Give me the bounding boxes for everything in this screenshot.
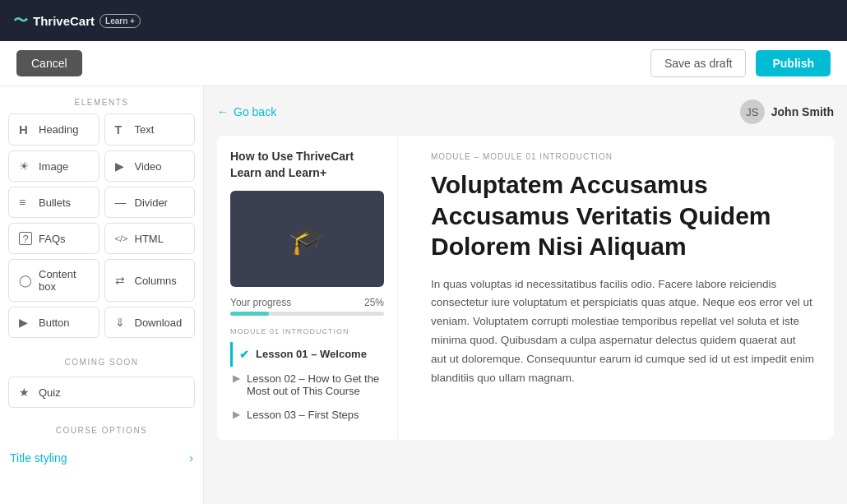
module-breadcrumb: MODULE – MODULE 01 INTRODUCTION [431,152,814,161]
lesson-item-3[interactable]: ▶ Lesson 03 – First Steps [230,403,384,427]
course-right-panel: MODULE – MODULE 01 INTRODUCTION Voluptat… [411,136,834,440]
lesson-3-label: Lesson 03 – First Steps [247,409,359,421]
text-icon: T [115,123,128,136]
element-divider-label: Divider [135,197,168,209]
course-title: How to Use ThriveCart Learn and Learn+ [230,149,384,181]
avatar: JS [740,99,765,124]
action-bar-right: Save as draft Publish [650,49,831,77]
publish-button[interactable]: Publish [756,50,831,76]
course-thumbnail: 🎓 [230,191,384,287]
button-icon: ▶ [19,316,32,329]
element-divider[interactable]: ― Divider [104,187,196,218]
course-options-section: Title styling › [0,442,203,478]
go-back-label: Go back [234,105,276,118]
faqs-icon: ? [19,232,32,245]
play-icon-2: ▶ [233,372,240,384]
elements-grid: H Heading T Text ☀ Image ▶ Video ≡ Bulle… [0,113,203,346]
element-contentbox-label: Content box [39,268,89,293]
html-icon: </> [115,234,128,243]
elements-section-title: ELEMENTS [0,86,203,113]
element-html-label: HTML [135,233,164,245]
progress-value: 25% [364,297,384,308]
chevron-right-icon: › [189,451,193,465]
lesson-item-1[interactable]: ✔ Lesson 01 – Welcome [230,342,384,367]
main-layout: ELEMENTS H Heading T Text ☀ Image ▶ Vide… [0,86,847,504]
element-columns-label: Columns [135,275,177,287]
lesson-body-text: In quas voluptas id necessitatibus facil… [431,275,814,389]
course-options-section-title: COURSE OPTIONS [0,414,203,442]
columns-icon: ⇄ [115,274,128,287]
lesson-2-label: Lesson 02 – How to Get the Most out of T… [247,372,384,397]
element-video[interactable]: ▶ Video [104,150,196,182]
save-draft-button[interactable]: Save as draft [650,49,747,77]
title-styling-link[interactable]: Title styling › [8,445,195,471]
sidebar: ELEMENTS H Heading T Text ☀ Image ▶ Vide… [0,86,204,504]
lesson-item-2[interactable]: ▶ Lesson 02 – How to Get the Most out of… [230,367,384,403]
user-info: JS John Smith [740,99,834,124]
logo: 〜 ThriveCart Learn + [13,11,141,30]
lesson-list: ✔ Lesson 01 – Welcome ▶ Lesson 02 – How … [230,342,384,427]
top-navigation: 〜 ThriveCart Learn + [0,0,847,41]
element-html[interactable]: </> HTML [104,223,196,254]
quiz-icon: ★ [19,386,32,399]
element-bullets-label: Bullets [39,197,71,209]
element-download[interactable]: ⇓ Download [104,307,196,338]
download-icon: ⇓ [115,316,128,329]
play-icon-3: ▶ [233,409,240,420]
go-back-link[interactable]: ← Go back [217,105,276,118]
element-contentbox[interactable]: ◯ Content box [8,259,100,302]
element-quiz-label: Quiz [39,386,61,399]
course-panel: How to Use ThriveCart Learn and Learn+ 🎓… [217,136,834,440]
checkmark-icon: ✔ [239,348,249,361]
bullets-icon: ≡ [19,196,32,209]
element-button-label: Button [39,317,70,329]
logo-icon: 〜 [13,11,28,30]
lesson-1-label: Lesson 01 – Welcome [256,348,367,360]
graduation-cap-icon: 🎓 [289,222,326,257]
element-text-label: Text [135,123,155,136]
progress-bar-fill [230,312,269,316]
lesson-main-title: Voluptatem Accusamus Accusamus Veritatis… [431,169,814,262]
progress-text: Your progress [230,297,291,308]
element-heading[interactable]: H Heading [8,113,100,146]
coming-soon-section: ★ Quiz [0,373,203,414]
progress-bar-background [230,312,384,316]
image-icon: ☀ [19,160,32,173]
element-image[interactable]: ☀ Image [8,150,100,182]
contentbox-icon: ◯ [19,274,32,287]
element-bullets[interactable]: ≡ Bullets [8,187,100,218]
element-columns[interactable]: ⇄ Columns [104,259,196,302]
progress-label: Your progress 25% [230,297,384,308]
divider-icon: ― [115,196,128,209]
element-text[interactable]: T Text [104,113,196,146]
cancel-button[interactable]: Cancel [16,50,82,76]
avatar-initials: JS [746,106,758,118]
title-styling-label: Title styling [10,451,67,465]
module-section-label: MODULE 01 INTRODUCTION [230,327,384,335]
arrow-left-icon: ← [217,105,229,118]
element-heading-label: Heading [39,123,78,136]
element-download-label: Download [135,317,183,329]
logo-text: ThriveCart [33,14,95,28]
element-faqs-label: FAQs [39,233,66,245]
video-icon: ▶ [115,160,128,173]
action-bar: Cancel Save as draft Publish [0,41,847,86]
element-faqs[interactable]: ? FAQs [8,223,100,254]
user-name: John Smith [771,105,834,118]
element-video-label: Video [135,160,162,173]
go-back-bar: ← Go back JS John Smith [217,99,834,124]
element-button[interactable]: ▶ Button [8,307,100,338]
heading-icon: H [19,123,32,136]
course-left-panel: How to Use ThriveCart Learn and Learn+ 🎓… [217,136,398,440]
element-quiz[interactable]: ★ Quiz [8,377,195,408]
learn-badge: Learn + [100,14,141,28]
element-image-label: Image [39,160,68,173]
coming-soon-section-title: COMING SOON [0,346,203,373]
content-area: ← Go back JS John Smith How to Use Thriv… [204,86,847,504]
